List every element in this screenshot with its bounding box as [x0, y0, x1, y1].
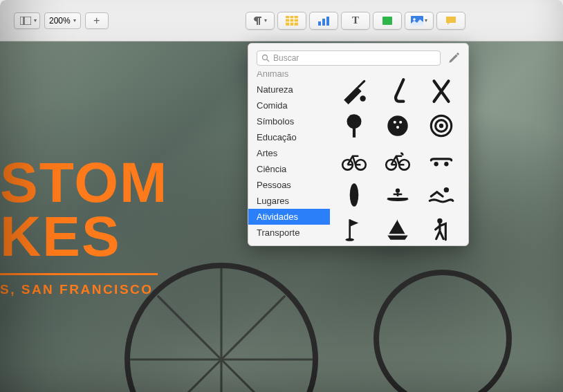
- svg-point-40: [396, 189, 400, 193]
- svg-point-38: [444, 162, 448, 166]
- search-icon: [261, 54, 270, 62]
- svg-rect-1: [24, 17, 31, 25]
- title-line-2: KES: [0, 209, 168, 263]
- category-item[interactable]: Comida: [248, 97, 330, 113]
- hockey-stick-icon[interactable]: [376, 74, 420, 109]
- bicycle-icon[interactable]: [333, 143, 376, 178]
- svg-line-16: [221, 360, 285, 392]
- svg-line-18: [158, 360, 221, 392]
- svg-rect-2: [286, 16, 298, 26]
- bicycle-alt-icon[interactable]: [376, 143, 420, 178]
- chevron-down-icon: ▾: [73, 17, 76, 24]
- svg-point-27: [394, 121, 396, 124]
- svg-point-29: [396, 126, 399, 129]
- table-tennis-icon[interactable]: [333, 109, 376, 143]
- svg-line-22: [267, 59, 269, 62]
- svg-point-23: [360, 95, 366, 101]
- svg-point-12: [413, 18, 416, 21]
- paragraph-style-button[interactable]: ▾: [246, 12, 275, 30]
- category-item[interactable]: Artes: [248, 145, 330, 161]
- category-item[interactable]: Lugares: [248, 193, 330, 209]
- svg-point-37: [434, 162, 438, 166]
- category-item[interactable]: Atividades: [248, 209, 330, 225]
- chart-button[interactable]: [309, 12, 338, 30]
- category-item[interactable]: Símbolos: [248, 113, 330, 129]
- table-icon: [286, 16, 298, 26]
- svg-rect-8: [322, 19, 325, 26]
- chevron-down-icon: ▾: [264, 17, 267, 24]
- surfboard-icon[interactable]: [333, 178, 376, 212]
- shapes-grid[interactable]: [330, 71, 468, 245]
- hiker-icon[interactable]: [419, 212, 463, 245]
- category-item[interactable]: Trabalho: [248, 241, 330, 245]
- category-item[interactable]: Ciência: [248, 161, 330, 177]
- pencil-icon[interactable]: [447, 52, 460, 64]
- svg-point-43: [346, 239, 355, 241]
- svg-point-39: [350, 183, 359, 207]
- category-item[interactable]: Animais: [248, 71, 330, 82]
- zoom-select[interactable]: 200% ▾: [44, 12, 81, 29]
- search-placeholder: Buscar: [273, 53, 299, 63]
- toolbar-center-group: ▾ T ▾: [246, 12, 465, 30]
- svg-point-24: [347, 114, 362, 129]
- target-icon[interactable]: [419, 109, 463, 143]
- media-button[interactable]: ▾: [405, 12, 434, 30]
- layout-icon: [20, 17, 31, 25]
- svg-point-21: [263, 55, 268, 60]
- subtitle: S, SAN FRANCISCO: [0, 282, 168, 297]
- svg-rect-7: [318, 21, 321, 26]
- toolbar-left-group: ▾ 200% ▾ +: [14, 12, 109, 29]
- media-icon: [411, 16, 423, 26]
- bowling-icon[interactable]: [376, 109, 420, 143]
- paragraph-icon: [253, 16, 263, 26]
- svg-rect-9: [326, 17, 329, 26]
- plus-icon: +: [93, 15, 100, 27]
- add-button[interactable]: +: [85, 12, 109, 29]
- popover-header: Buscar: [248, 44, 468, 71]
- title-divider: [0, 273, 158, 275]
- svg-rect-25: [353, 127, 356, 138]
- shape-button[interactable]: [373, 12, 402, 30]
- skateboard-icon[interactable]: [419, 143, 463, 178]
- svg-rect-0: [20, 17, 24, 25]
- comment-icon: [445, 16, 456, 26]
- comment-button[interactable]: [436, 12, 465, 30]
- swimmer-icon[interactable]: [419, 178, 463, 212]
- svg-rect-10: [382, 17, 392, 25]
- svg-line-14: [221, 296, 285, 360]
- text-box-button[interactable]: T: [341, 12, 370, 30]
- title-block: STOM KES S, SAN FRANCISCO: [0, 156, 168, 297]
- sailboat-icon[interactable]: [376, 212, 420, 245]
- popover-body: AnimaisNaturezaComidaSímbolosEducaçãoArt…: [248, 71, 468, 245]
- category-item[interactable]: Educação: [248, 129, 330, 145]
- shape-icon: [382, 16, 393, 26]
- search-input[interactable]: Buscar: [257, 50, 441, 66]
- cricket-bat-icon[interactable]: [333, 74, 376, 109]
- crossed-sticks-icon[interactable]: [419, 74, 463, 109]
- category-item[interactable]: Transporte: [248, 225, 330, 241]
- rowing-icon[interactable]: [376, 178, 420, 212]
- golf-flag-icon[interactable]: [333, 212, 376, 245]
- category-item[interactable]: Natureza: [248, 82, 330, 97]
- app-window: ▾ 200% ▾ + ▾ T: [0, 0, 563, 392]
- shape-popover: Buscar AnimaisNaturezaComidaSímbolosEduc…: [248, 43, 469, 246]
- svg-point-44: [437, 218, 442, 223]
- table-button[interactable]: [277, 12, 306, 30]
- chevron-down-icon: ▾: [34, 17, 37, 24]
- zoom-value: 200%: [49, 16, 71, 26]
- title-line-1: STOM: [0, 156, 168, 209]
- toolbar: ▾ 200% ▾ + ▾ T: [0, 0, 563, 41]
- category-item[interactable]: Pessoas: [248, 177, 330, 193]
- svg-point-28: [399, 121, 402, 124]
- svg-line-20: [158, 296, 221, 360]
- chart-icon: [317, 16, 330, 26]
- chevron-down-icon: ▾: [425, 17, 427, 24]
- svg-point-32: [439, 124, 443, 128]
- svg-point-41: [443, 187, 448, 192]
- category-list[interactable]: AnimaisNaturezaComidaSímbolosEducaçãoArt…: [248, 71, 330, 245]
- text-icon: T: [352, 15, 359, 26]
- view-mode-button[interactable]: ▾: [14, 12, 40, 29]
